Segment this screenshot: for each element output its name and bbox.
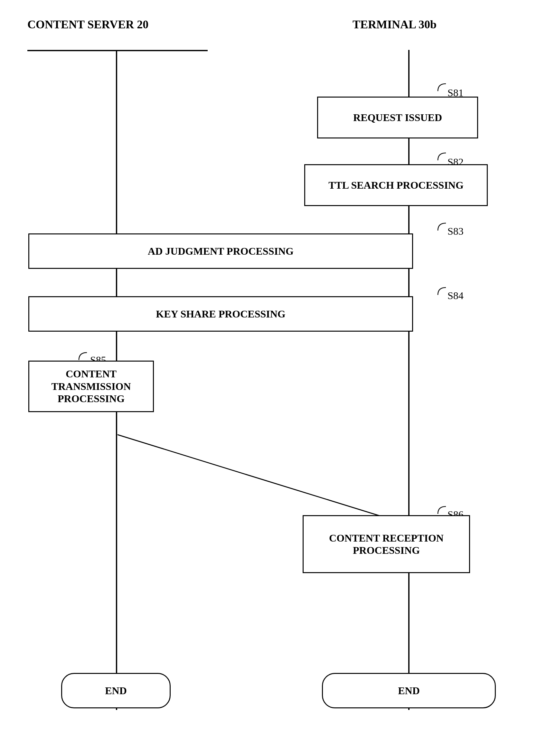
terminal-dotted — [408, 332, 410, 374]
terminal-lifeline — [408, 50, 410, 710]
s83-curve — [425, 221, 451, 231]
s86-box: CONTENT RECEPTION PROCESSING — [303, 515, 470, 573]
server-lifeline-lower — [116, 412, 117, 644]
server-end: END — [61, 673, 171, 708]
s82-curve — [425, 151, 451, 161]
s84-label: KEY SHARE PROCESSING — [28, 296, 413, 332]
s84-curve — [425, 286, 451, 296]
s81-curve — [425, 82, 451, 92]
s86-curve — [425, 505, 451, 515]
server-label: CONTENT SERVER 20 — [27, 18, 148, 31]
s82-box: TTL SEARCH PROCESSING — [304, 164, 488, 206]
sequence-diagram: CONTENT SERVER 20 TERMINAL 30b S81 REQUE… — [0, 0, 556, 756]
server-header-line — [27, 50, 208, 51]
terminal-label: TERMINAL 30b — [352, 18, 437, 31]
s83-label: AD JUDGMENT PROCESSING — [28, 234, 413, 269]
s85-curve — [66, 351, 92, 360]
s81-box: REQUEST ISSUED — [317, 97, 478, 138]
s85-box: CONTENT TRANSMISSION PROCESSING — [28, 360, 154, 412]
svg-line-0 — [117, 435, 409, 525]
terminal-end: END — [322, 673, 496, 708]
